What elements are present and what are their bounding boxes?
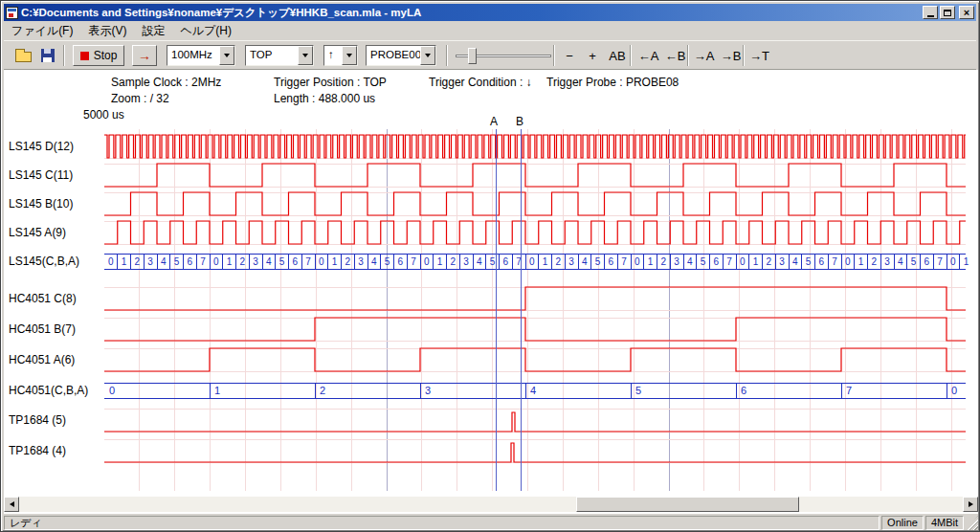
chevron-down-glyph: [346, 54, 352, 57]
cursor-ab-button[interactable]: AB: [605, 45, 630, 66]
signal-label-hc4051-b: HC4051 B(7): [9, 321, 76, 337]
status-bar: レディ Online 4MBit: [4, 514, 978, 530]
minimize-button[interactable]: [923, 6, 938, 19]
sample-clock-value: 100MHz: [167, 46, 219, 65]
signal-label-hc4051-bus: HC4051(C,B,A): [9, 383, 88, 398]
scroll-left-button[interactable]: [4, 497, 19, 512]
open-folder-icon: [15, 52, 32, 62]
waveform-area[interactable]: [4, 70, 978, 514]
signal-label-ls145-c: LS145 C(11): [9, 167, 73, 183]
zoom-slider[interactable]: [456, 45, 551, 66]
trigger-condition-info: Trigger Condition : ↓: [429, 76, 532, 89]
chevron-down-glyph: [302, 54, 308, 57]
signal-label-hc4051-c: HC4051 C(8): [9, 291, 77, 306]
move-right-to-b-button[interactable]: →B: [718, 45, 744, 66]
scrollbar-thumb[interactable]: [576, 497, 799, 512]
trigger-position-select[interactable]: TOP: [245, 45, 314, 66]
move-right-to-a-button[interactable]: →A: [691, 45, 717, 66]
toolbar-separator: [446, 45, 448, 66]
arrow-right-icon: [969, 501, 973, 507]
trigger-probe-select[interactable]: PROBE00: [366, 45, 436, 66]
status-online: Online: [881, 516, 924, 530]
save-button[interactable]: [36, 45, 59, 66]
status-memory: 4MBit: [925, 516, 964, 530]
menu-file[interactable]: ファイル(F): [4, 21, 80, 41]
resize-grip[interactable]: [966, 516, 978, 530]
chevron-down-glyph: [425, 54, 431, 57]
toolbar-separator: [687, 45, 689, 66]
trigger-probe-value: PROBE00: [367, 46, 420, 65]
window-controls: ×: [923, 6, 974, 19]
cursor-b-label[interactable]: B: [516, 115, 523, 128]
signal-label-ls145-a: LS145 A(9): [9, 225, 66, 240]
signal-label-tp1684-5: TP1684 (5): [9, 412, 66, 428]
chevron-down-icon[interactable]: [298, 46, 313, 65]
trigger-probe-info: Trigger Probe : PROBE08: [546, 76, 679, 89]
toolbar-separator: [743, 45, 745, 66]
trigger-edge-value: ↑: [324, 46, 342, 65]
menu-view[interactable]: 表示(V): [80, 21, 134, 41]
menu-settings[interactable]: 設定: [134, 21, 172, 41]
signal-label-hc4051-a: HC4051 A(6): [9, 352, 75, 367]
move-left-to-a-button[interactable]: ←A: [635, 45, 661, 66]
sample-clock-select[interactable]: 100MHz: [167, 45, 235, 66]
sample-clock-info: Sample Clock : 2MHz: [111, 76, 221, 89]
chevron-down-icon[interactable]: [342, 46, 357, 65]
stop-button[interactable]: Stop: [73, 45, 124, 66]
arrow-left-icon: [10, 501, 14, 507]
move-left-to-b-button[interactable]: ←B: [662, 45, 688, 66]
trigger-position-value: TOP: [246, 46, 298, 65]
zoom-info: Zoom : / 32: [111, 92, 169, 105]
window-title: C:¥Documents and Settings¥noname¥デスクトップ¥…: [21, 6, 920, 20]
maximize-button[interactable]: [940, 6, 955, 19]
menu-help[interactable]: ヘルプ(H): [172, 21, 239, 41]
goto-trigger-button[interactable]: →T: [746, 45, 772, 66]
title-bar[interactable]: C:¥Documents and Settings¥noname¥デスクトップ¥…: [4, 4, 976, 21]
chevron-down-glyph: [224, 54, 230, 57]
stop-icon: [80, 52, 89, 60]
open-file-button[interactable]: [11, 45, 34, 66]
signal-label-ls145-b: LS145 B(10): [9, 196, 73, 211]
trigger-edge-select[interactable]: ↑: [323, 45, 358, 66]
zoom-in-button[interactable]: +: [582, 45, 603, 66]
toolbar: Stop → 100MHz TOP ↑ PROBE00 − + AB: [4, 40, 976, 70]
menu-bar: ファイル(F) 表示(V) 設定 ヘルプ(H): [4, 22, 976, 40]
zoom-out-button[interactable]: −: [559, 45, 580, 66]
app-icon: [6, 7, 18, 19]
chevron-down-icon[interactable]: [420, 46, 435, 65]
horizontal-scrollbar[interactable]: [4, 497, 978, 512]
trigger-position-info: Trigger Position : TOP: [274, 76, 387, 89]
chevron-down-icon[interactable]: [219, 46, 234, 65]
maximize-icon: [944, 10, 951, 16]
stop-label: Stop: [94, 49, 118, 62]
length-info: Length : 488.000 us: [274, 92, 375, 105]
toolbar-separator: [553, 45, 555, 66]
toolbar-separator: [63, 45, 65, 66]
minimize-icon: [927, 15, 934, 17]
close-button[interactable]: ×: [959, 6, 974, 19]
time-division-label: 5000 us: [83, 108, 124, 122]
signal-label-ls145-d: LS145 D(12): [9, 139, 74, 154]
signal-label-ls145-bus: LS145(C,B,A): [9, 254, 79, 269]
app-window: C:¥Documents and Settings¥noname¥デスクトップ¥…: [0, 0, 980, 532]
scroll-right-button[interactable]: [963, 497, 978, 512]
run-arrow-icon: →: [138, 48, 151, 63]
slider-thumb[interactable]: [468, 48, 477, 64]
run-button[interactable]: →: [132, 45, 157, 66]
signal-label-tp1684-4: TP1684 (4): [9, 443, 66, 458]
status-ready: レディ: [4, 516, 880, 530]
cursor-a-label[interactable]: A: [490, 115, 498, 128]
toolbar-separator: [630, 45, 632, 66]
save-icon: [41, 49, 55, 62]
